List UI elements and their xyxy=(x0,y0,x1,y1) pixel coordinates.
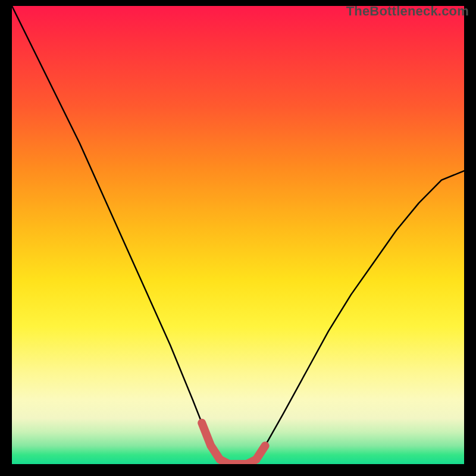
watermark-text: TheBottleneck.com xyxy=(346,4,469,19)
chart-svg xyxy=(12,6,464,464)
sweet-spot-marker-path xyxy=(202,423,265,464)
bottleneck-curve-path xyxy=(12,6,464,464)
chart-stage: TheBottleneck.com xyxy=(0,0,476,476)
chart-plot-area xyxy=(12,6,464,464)
